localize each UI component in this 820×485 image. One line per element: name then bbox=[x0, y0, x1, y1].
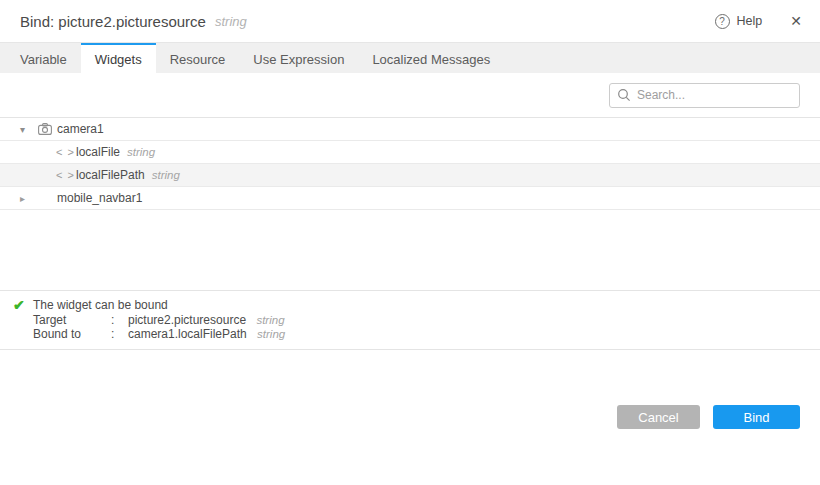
help-button[interactable]: ? Help bbox=[715, 14, 763, 29]
tree-item-type: string bbox=[152, 169, 180, 181]
search-box bbox=[609, 83, 800, 108]
status-value-type: string bbox=[257, 328, 285, 340]
collapse-arrow-icon[interactable]: ▸ bbox=[20, 193, 38, 204]
tree-item-label: camera1 bbox=[57, 122, 104, 136]
status-colon: : bbox=[111, 327, 128, 341]
status-message: The widget can be bound bbox=[33, 298, 285, 312]
status-value-type: string bbox=[256, 314, 284, 326]
status-colon: : bbox=[111, 313, 128, 327]
status-label: Bound to bbox=[33, 327, 111, 341]
tab-bar: Variable Widgets Resource Use Expression… bbox=[0, 42, 820, 73]
success-check-icon: ✔ bbox=[13, 298, 33, 313]
titlebar-actions: ? Help ✕ bbox=[715, 13, 802, 29]
tree-row-mobile-navbar1[interactable]: ▸ mobile_navbar1 bbox=[0, 187, 820, 210]
tree-item-label: localFile bbox=[76, 145, 120, 159]
help-icon: ? bbox=[715, 14, 730, 29]
status-row-target: Target : picture2.picturesource string bbox=[33, 313, 285, 327]
status-label: Target bbox=[33, 313, 111, 327]
close-icon[interactable]: ✕ bbox=[790, 13, 802, 29]
expand-arrow-icon[interactable]: ▾ bbox=[20, 124, 38, 135]
tab-widgets[interactable]: Widgets bbox=[81, 43, 156, 73]
title-type-label: string bbox=[215, 14, 247, 29]
status-value: picture2.picturesource bbox=[128, 313, 246, 327]
camera-icon bbox=[38, 123, 57, 135]
tree-row-camera1[interactable]: ▾ camera1 bbox=[0, 118, 820, 141]
status-row-bound-to: Bound to : camera1.localFilePath string bbox=[33, 327, 285, 341]
widget-tree: ▾ camera1 < > localFile string < > local… bbox=[0, 118, 820, 210]
code-icon: < > bbox=[56, 146, 76, 158]
tree-item-type: string bbox=[127, 146, 155, 158]
search-input[interactable] bbox=[609, 83, 800, 108]
tab-resource[interactable]: Resource bbox=[156, 43, 240, 73]
tab-localized-messages[interactable]: Localized Messages bbox=[358, 43, 504, 73]
tab-use-expression[interactable]: Use Expression bbox=[239, 43, 358, 73]
search-icon bbox=[617, 88, 631, 102]
footer: Cancel Bind bbox=[0, 350, 820, 485]
status-panel: ✔ The widget can be bound Target : pictu… bbox=[0, 290, 820, 350]
search-toolbar bbox=[0, 73, 820, 118]
tab-variable[interactable]: Variable bbox=[6, 43, 81, 73]
tree-item-label: mobile_navbar1 bbox=[57, 191, 142, 205]
tree-item-label: localFilePath bbox=[76, 168, 145, 182]
status-body: The widget can be bound Target : picture… bbox=[33, 298, 285, 341]
cancel-button[interactable]: Cancel bbox=[617, 405, 700, 429]
code-icon: < > bbox=[56, 169, 76, 181]
bind-dialog: Bind: picture2.picturesource string ? He… bbox=[0, 0, 820, 485]
page-title: Bind: picture2.picturesource bbox=[20, 13, 206, 30]
tree-row-localfile[interactable]: < > localFile string bbox=[0, 141, 820, 164]
bind-button[interactable]: Bind bbox=[713, 405, 800, 429]
help-label: Help bbox=[737, 14, 763, 28]
title-bar: Bind: picture2.picturesource string ? He… bbox=[0, 0, 820, 42]
tree-row-localfilepath[interactable]: < > localFilePath string bbox=[0, 164, 820, 187]
status-value: camera1.localFilePath bbox=[128, 327, 247, 341]
tree-empty-area bbox=[0, 210, 820, 290]
